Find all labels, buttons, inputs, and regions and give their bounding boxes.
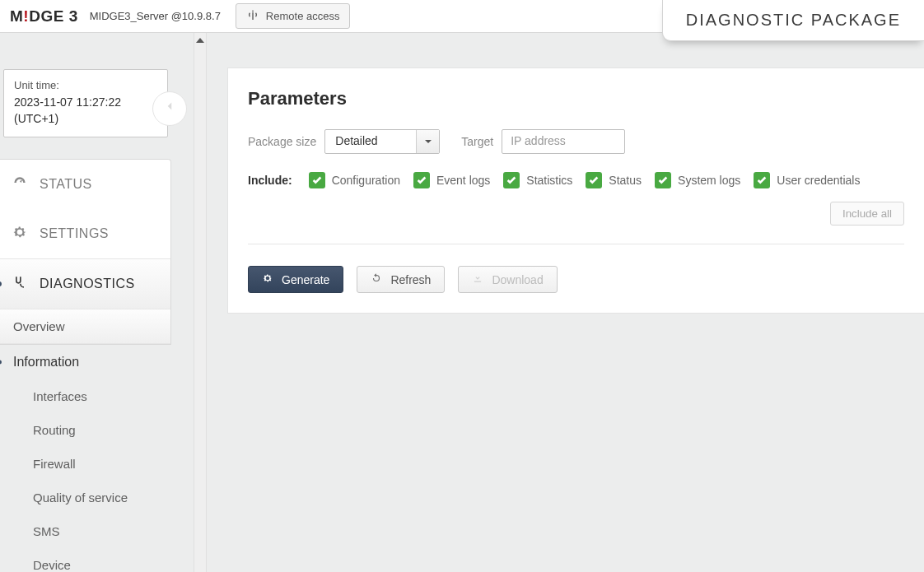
refresh-icon [371, 272, 382, 286]
sidebar-nav: STATUS SETTINGS DIAGNOSTICS Overview [0, 159, 171, 345]
gear-icon [12, 224, 28, 244]
checkbox-checked-icon [586, 172, 602, 188]
checkbox-checked-icon [503, 172, 520, 188]
package-size-select[interactable]: Detailed [324, 129, 440, 154]
include-event-logs[interactable]: Event logs [413, 172, 490, 188]
remote-access-button[interactable]: Remote access [236, 3, 351, 29]
sidebar-sub-sms[interactable]: SMS [0, 514, 171, 548]
checkbox-checked-icon [754, 172, 770, 188]
main-panel: Parameters Package size Detailed Target … [227, 67, 924, 314]
unit-time-label: Unit time: [14, 78, 157, 94]
include-option-label: Status [609, 174, 642, 187]
product-logo: M!DGE 3 [10, 7, 78, 26]
unit-time-value: 2023-11-07 11:27:22 [14, 94, 157, 110]
chevron-left-icon [162, 99, 177, 118]
include-all-button[interactable]: Include all [830, 202, 904, 226]
remote-access-label: Remote access [266, 10, 340, 22]
include-option-label: Event logs [436, 174, 490, 187]
target-input[interactable]: IP address [502, 129, 625, 154]
sidebar-item-label: STATUS [40, 177, 92, 192]
sidebar-sub-overview[interactable]: Overview [0, 309, 170, 344]
button-label: Generate [282, 273, 329, 286]
include-label: Include: [248, 174, 292, 187]
diagnostics-icon [12, 274, 28, 294]
target-label: Target [461, 135, 493, 148]
button-label: Refresh [390, 273, 431, 286]
gear-icon [262, 272, 273, 286]
include-option-label: System logs [678, 174, 740, 187]
checkbox-checked-icon [655, 172, 671, 188]
package-size-value: Detailed [325, 130, 416, 153]
sidebar-sub-interfaces[interactable]: Interfaces [0, 379, 171, 413]
sidebar-item-label: DIAGNOSTICS [40, 277, 135, 291]
sidebar-sub-device[interactable]: Device [0, 548, 171, 572]
include-option-label: User credentials [777, 174, 860, 187]
checkbox-checked-icon [309, 172, 325, 188]
include-system-logs[interactable]: System logs [655, 172, 740, 188]
include-status[interactable]: Status [586, 172, 642, 188]
sidebar-scrollbar[interactable] [194, 33, 207, 572]
unit-time-box: Unit time: 2023-11-07 11:27:22 (UTC+1) [3, 69, 168, 137]
chevron-down-icon [416, 130, 439, 153]
unit-time-tz: (UTC+1) [14, 110, 157, 127]
sidebar-sub-qos[interactable]: Quality of service [0, 481, 171, 514]
sidebar-sub-routing[interactable]: Routing [0, 413, 171, 447]
include-configuration[interactable]: Configuration [309, 172, 400, 188]
gauge-icon [12, 174, 28, 194]
include-option-label: Statistics [526, 174, 572, 187]
generate-button[interactable]: Generate [248, 266, 343, 293]
include-statistics[interactable]: Statistics [503, 172, 572, 188]
checkbox-checked-icon [413, 172, 430, 188]
package-size-label: Package size [248, 135, 316, 148]
sidebar-sub-information[interactable]: Information [0, 345, 171, 379]
page-title: DIAGNOSTIC PACKAGE [662, 0, 924, 41]
host-label: MIDGE3_Server @10.9.8.7 [90, 10, 221, 22]
download-button[interactable]: Download [458, 266, 557, 293]
collapse-sidebar-button[interactable] [152, 91, 187, 126]
target-placeholder: IP address [511, 134, 566, 147]
sidebar-item-diagnostics[interactable]: DIAGNOSTICS [0, 258, 170, 309]
include-option-label: Configuration [332, 174, 400, 187]
sidebar-item-label: SETTINGS [40, 226, 109, 241]
sidebar-item-status[interactable]: STATUS [0, 160, 170, 209]
sidebar-item-settings[interactable]: SETTINGS [0, 209, 170, 258]
download-icon [472, 272, 483, 286]
button-label: Download [492, 273, 543, 286]
scroll-up-icon [196, 38, 204, 43]
refresh-button[interactable]: Refresh [357, 266, 445, 293]
panel-heading: Parameters [248, 88, 904, 109]
antenna-icon [246, 8, 259, 24]
sidebar-sub-firewall[interactable]: Firewall [0, 447, 171, 481]
sidebar: Unit time: 2023-11-07 11:27:22 (UTC+1) S… [0, 40, 194, 572]
include-user-credentials[interactable]: User credentials [754, 172, 860, 188]
